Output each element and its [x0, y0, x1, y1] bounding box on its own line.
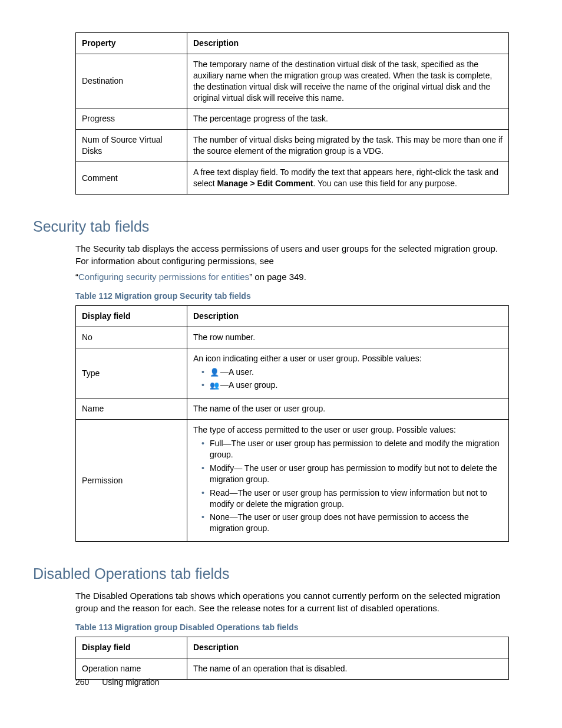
table-row: Destination The temporary name of the de… [76, 54, 509, 108]
cell-description: The row number. [187, 327, 509, 348]
header-description: Description [187, 637, 509, 658]
cell-property: Progress [76, 108, 187, 130]
table-row: Display field Description [76, 305, 509, 327]
cell-property: Num of Source Virtual Disks [76, 130, 187, 162]
cell-description: The percentage progress of the task. [187, 108, 509, 130]
cell-description: The name of the user or user group. [187, 398, 509, 420]
table-row: Progress The percentage progress of the … [76, 108, 509, 130]
type-list: 👤—A user. 👥—A user group. [193, 367, 503, 391]
cell-field: Permission [76, 420, 187, 542]
table-row: Operation name The name of an operation … [76, 658, 509, 680]
header-description: Description [187, 33, 509, 54]
table-row: Permission The type of access permitted … [76, 420, 509, 542]
table-disabled-ops: Display field Description Operation name… [75, 637, 509, 680]
cell-description: The name of an operation that is disable… [187, 658, 509, 680]
table-row: Property Description [76, 33, 509, 54]
table-security: Display field Description No The row num… [75, 305, 509, 542]
cell-description: An icon indicating either a user or user… [187, 348, 509, 398]
security-link-line: “Configuring security permissions for en… [75, 271, 509, 283]
type-group: —A user group. [220, 380, 277, 390]
list-item: None—The user or user group does not hav… [201, 512, 503, 534]
table-row: Num of Source Virtual Disks The number o… [76, 130, 509, 162]
link-configuring-security[interactable]: Configuring security permissions for ent… [78, 272, 249, 282]
cell-description: The number of virtual disks being migrat… [187, 130, 509, 162]
page-footer: 260 Using migration [75, 677, 160, 687]
page-container: Property Description Destination The tem… [0, 0, 562, 728]
list-item: Modify— The user or user group has permi… [201, 463, 503, 485]
comment-desc-bold: Manage > Edit Comment [217, 179, 313, 188]
header-property: Property [76, 33, 187, 54]
cell-field: Type [76, 348, 187, 398]
cell-property: Destination [76, 54, 187, 108]
cell-description: The type of access permitted to the user… [187, 420, 509, 542]
page-number: 260 [75, 677, 89, 687]
cell-field: Operation name [76, 658, 187, 680]
table-properties: Property Description Destination The tem… [75, 32, 509, 195]
caption-table-112: Table 112 Migration group Security tab f… [75, 291, 509, 301]
cell-description: The temporary name of the destination vi… [187, 54, 509, 108]
user-icon: 👤 [210, 367, 220, 378]
table-row: Display field Description [76, 637, 509, 658]
security-intro: The Security tab displays the access per… [75, 242, 509, 267]
table-row: Name The name of the user or user group. [76, 398, 509, 420]
heading-disabled-ops: Disabled Operations tab fields [33, 565, 509, 582]
user-group-icon: 👥 [210, 380, 220, 391]
disabled-intro: The Disabled Operations tab shows which … [75, 589, 509, 614]
list-item: 👤—A user. [201, 367, 503, 378]
list-item: Full—The user or user group has permissi… [201, 438, 503, 460]
table-row: Type An icon indicating either a user or… [76, 348, 509, 398]
permission-intro: The type of access permitted to the user… [193, 425, 456, 434]
cell-field: Name [76, 398, 187, 420]
cell-property: Comment [76, 162, 187, 195]
heading-security: Security tab fields [33, 218, 509, 235]
type-user: —A user. [220, 367, 254, 377]
cell-description: A free text display field. To modify the… [187, 162, 509, 195]
comment-desc-post: . You can use this field for any purpose… [313, 179, 457, 188]
list-item: 👥—A user group. [201, 380, 503, 391]
table-row: Comment A free text display field. To mo… [76, 162, 509, 195]
link-suffix: ” on page 349. [249, 272, 306, 282]
header-display-field: Display field [76, 637, 187, 658]
cell-field: No [76, 327, 187, 348]
header-description: Description [187, 305, 509, 327]
permission-list: Full—The user or user group has permissi… [193, 438, 503, 534]
type-intro: An icon indicating either a user or user… [193, 354, 422, 363]
list-item: Read—The user or user group has permissi… [201, 487, 503, 510]
section-name: Using migration [102, 677, 159, 687]
caption-table-113: Table 113 Migration group Disabled Opera… [75, 622, 509, 632]
header-display-field: Display field [76, 305, 187, 327]
table-row: No The row number. [76, 327, 509, 348]
